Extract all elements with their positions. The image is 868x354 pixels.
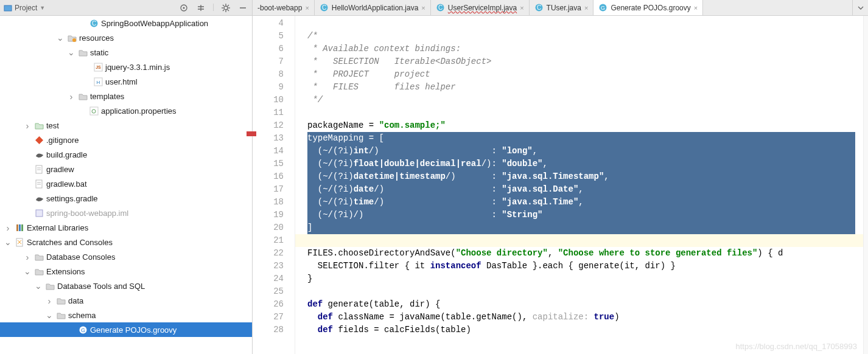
code-line[interactable] xyxy=(295,106,863,119)
class-icon: C xyxy=(89,18,99,28)
line-number: 20 xyxy=(253,221,284,234)
code-line[interactable]: def generate(table, dir) { xyxy=(295,298,863,311)
code-line[interactable]: * FILES files helper xyxy=(295,81,863,94)
chevron-icon[interactable]: › xyxy=(67,91,75,102)
editor-tab-helloworldapplication-java[interactable]: CHelloWorldApplication.java× xyxy=(315,0,431,15)
chevron-icon[interactable]: › xyxy=(23,120,32,131)
tree-item-gradlew-bat[interactable]: gradlew.bat xyxy=(0,176,252,191)
code-line[interactable]: FILES.chooseDirectoryAndSave("Choose dir… xyxy=(295,247,863,260)
project-tree[interactable]: CSpringBootWebappApplication⌄resources⌄s… xyxy=(0,16,252,354)
gitignore-icon xyxy=(34,135,44,145)
code-line[interactable] xyxy=(295,285,863,298)
folder-icon xyxy=(78,91,88,101)
code-line[interactable]: (~/(?i)datetime|timestamp/) : "java.sql.… xyxy=(295,170,863,183)
tab-label: Generate POJOs.groovy xyxy=(611,4,690,12)
folder-icon xyxy=(56,296,66,305)
code-line[interactable]: (~/(?i)/) : "String" xyxy=(295,209,863,221)
code-line[interactable]: */ xyxy=(295,94,863,106)
code-line[interactable]: } xyxy=(295,272,863,285)
chevron-icon[interactable]: › xyxy=(45,296,54,306)
locate-icon[interactable] xyxy=(178,2,189,13)
close-icon[interactable]: × xyxy=(421,4,425,12)
code-line[interactable] xyxy=(295,234,863,247)
tree-item-external-libraries[interactable]: ›External Libraries xyxy=(0,220,252,235)
code-line[interactable]: ] xyxy=(295,221,863,234)
tree-item-extensions[interactable]: ⌄Extensions xyxy=(0,264,252,279)
code-line[interactable]: * PROJECT project xyxy=(295,68,863,81)
file-icon xyxy=(34,179,44,189)
tree-item-label: Database Consoles xyxy=(46,252,115,262)
svg-text:H: H xyxy=(96,80,100,85)
editor-tab-generate-pojos-groovy[interactable]: GGenerate POJOs.groovy× xyxy=(593,0,703,15)
tree-item-generate-pojos-groovy[interactable]: GGenerate POJOs.groovy xyxy=(0,322,252,337)
watermark: https://blog.csdn.net/qq_17058993 xyxy=(736,340,858,353)
tree-item-settings-gradle[interactable]: settings.gradle xyxy=(0,191,252,206)
code-line[interactable]: (~/(?i)time/) : "java.sql.Time", xyxy=(295,196,863,209)
tree-item--gitignore[interactable]: .gitignore xyxy=(0,133,252,147)
line-number: 4 xyxy=(253,17,284,30)
tree-item-scratches-and-consoles[interactable]: ⌄Scratches and Consoles xyxy=(0,235,252,249)
tree-item-jquery-3-3-1-min-js[interactable]: JSjquery-3.3.1.min.js xyxy=(0,60,252,74)
code-line[interactable] xyxy=(295,17,863,30)
tree-item-build-gradle[interactable]: build.gradle xyxy=(0,147,252,162)
chevron-icon[interactable]: ⌄ xyxy=(23,266,32,276)
code-editor[interactable]: 4567891011121314151617181920212223242526… xyxy=(253,16,868,354)
folder-icon xyxy=(45,281,55,291)
tree-item-database-consoles[interactable]: ›Database Consoles xyxy=(0,249,252,264)
tree-item-database-tools-and-sql[interactable]: ⌄Database Tools and SQL xyxy=(0,279,252,293)
tree-item-spring-boot-webapp-iml[interactable]: spring-boot-webapp.iml xyxy=(0,206,252,220)
sidebar-title-text: Project xyxy=(15,4,37,12)
tree-item-resources[interactable]: ⌄resources xyxy=(0,30,252,45)
code-line[interactable]: (~/(?i)date/) : "java.sql.Date", xyxy=(295,183,863,196)
tree-item-springbootwebappapplication[interactable]: CSpringBootWebappApplication xyxy=(0,16,252,30)
close-icon[interactable]: × xyxy=(520,4,523,12)
tree-item-label: build.gradle xyxy=(46,150,87,159)
close-icon[interactable]: × xyxy=(305,4,309,12)
chevron-icon[interactable]: › xyxy=(4,223,12,233)
svg-text:C: C xyxy=(322,4,326,11)
tree-item-application-properties[interactable]: application.properties xyxy=(0,103,252,118)
editor-tab-userserviceimpl-java[interactable]: CUserServiceImpl.java× xyxy=(431,0,530,15)
svg-rect-30 xyxy=(19,224,21,231)
line-number: 17 xyxy=(253,183,284,196)
line-number: 19 xyxy=(253,209,284,221)
tree-item-user-html[interactable]: Huser.html xyxy=(0,74,252,89)
chevron-icon[interactable]: ⌄ xyxy=(67,47,75,57)
line-number: 16 xyxy=(253,170,284,183)
code-line[interactable]: typeMapping = [ xyxy=(295,132,863,145)
chevron-icon[interactable]: ⌄ xyxy=(4,237,12,247)
code-line[interactable]: * SELECTION Iterable<DasObject> xyxy=(295,55,863,68)
props-icon xyxy=(89,106,99,116)
code-line[interactable]: def className = javaName(table.getName()… xyxy=(295,311,863,324)
minimize-icon[interactable] xyxy=(237,2,248,13)
close-icon[interactable]: × xyxy=(584,4,588,12)
code-line[interactable]: (~/(?i)int/) : "long", xyxy=(295,145,863,158)
code-line[interactable]: (~/(?i)float|double|decimal|real/): "dou… xyxy=(295,158,863,170)
chevron-icon[interactable]: › xyxy=(23,252,32,262)
tree-item-data[interactable]: ›data xyxy=(0,293,252,308)
editor-tab-tuser-java[interactable]: CTUser.java× xyxy=(530,0,594,15)
chevron-icon[interactable]: ⌄ xyxy=(34,281,43,291)
tree-item-schema[interactable]: ⌄schema xyxy=(0,308,252,322)
tree-item-static[interactable]: ⌄static xyxy=(0,45,252,60)
tree-item-test[interactable]: ›test xyxy=(0,118,252,133)
code-line[interactable]: * Available context bindings: xyxy=(295,43,863,55)
tree-item-label: gradlew.bat xyxy=(46,179,87,189)
code-line[interactable]: def fields = calcFields(table) xyxy=(295,324,863,336)
line-number: 18 xyxy=(253,196,284,209)
close-icon[interactable]: × xyxy=(694,4,698,12)
chevron-icon[interactable]: ⌄ xyxy=(56,33,65,43)
code-content[interactable]: /* * Available context bindings: * SELEC… xyxy=(295,16,863,354)
editor-tab--boot-webapp[interactable]: -boot-webapp× xyxy=(253,0,315,15)
tree-item-templates[interactable]: ›templates xyxy=(0,89,252,103)
tree-item-gradlew[interactable]: gradlew xyxy=(0,162,252,176)
code-line[interactable]: /* xyxy=(295,30,863,43)
collapse-all-icon[interactable] xyxy=(195,2,206,13)
sidebar-title-label[interactable]: Project ▼ xyxy=(4,4,45,12)
tab-overflow-button[interactable] xyxy=(852,0,868,15)
code-line[interactable]: packageName = "com.sample;" xyxy=(295,119,863,132)
chevron-icon[interactable]: ⌄ xyxy=(45,310,54,320)
gear-icon[interactable] xyxy=(220,2,231,13)
code-line[interactable]: SELECTION.filter { it instanceof DasTabl… xyxy=(295,260,863,272)
svg-rect-0 xyxy=(4,5,12,11)
